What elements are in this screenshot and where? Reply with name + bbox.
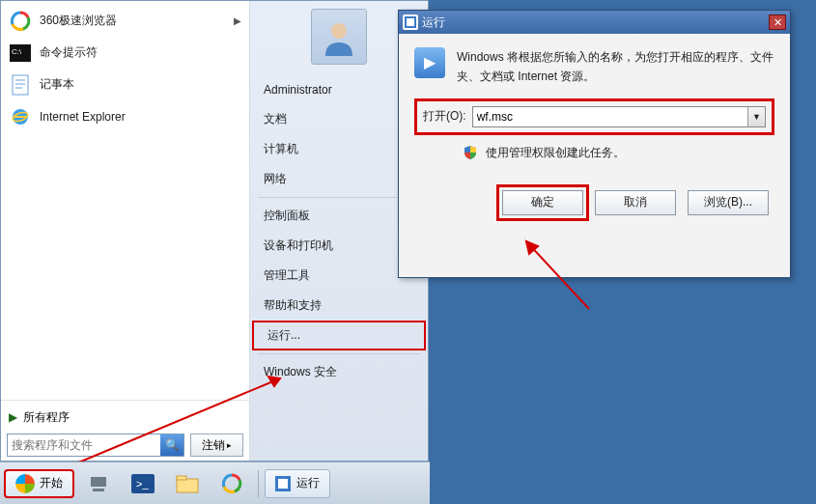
svg-rect-16 [91, 477, 106, 487]
start-button[interactable]: 开始 [4, 469, 74, 498]
user-avatar[interactable] [311, 9, 367, 65]
app-360browser[interactable]: 360极速浏览器 ▶ [3, 5, 247, 37]
svg-rect-17 [93, 489, 104, 491]
run-open-label: 打开(O): [423, 108, 466, 125]
chevron-right-icon: ▸ [227, 440, 232, 450]
app-label: 记事本 [40, 76, 74, 93]
taskbar-powershell-icon[interactable]: >_ [123, 469, 163, 498]
browser360-icon [9, 10, 32, 33]
cmd-icon: C:\ [9, 42, 32, 65]
notepad-icon [9, 73, 32, 97]
run-description: Windows 将根据您所输入的名称，为您打开相应的程序、文件夹、文档或 Int… [457, 47, 774, 87]
close-button[interactable]: ✕ [769, 14, 786, 30]
svg-rect-11 [407, 18, 414, 26]
start-menu: 360极速浏览器 ▶ C:\ 命令提示符 记事本 [0, 0, 429, 462]
svg-point-9 [331, 23, 347, 39]
app-label: 360极速浏览器 [40, 13, 117, 29]
windows-orb-icon [15, 474, 35, 493]
start-search[interactable]: 🔍 [7, 434, 184, 457]
search-go-icon[interactable]: 🔍 [160, 434, 183, 456]
svg-rect-20 [177, 479, 198, 492]
run-app-icon: ▶ [414, 47, 445, 78]
rmenu-help[interactable]: 帮助和支持 [250, 291, 428, 321]
submenu-arrow-icon: ▶ [234, 15, 241, 26]
run-command-combo[interactable]: ▼ [472, 106, 766, 127]
svg-text:C:\: C:\ [12, 47, 22, 56]
logout-button[interactable]: 注销 ▸ [190, 434, 243, 457]
svg-rect-3 [13, 75, 28, 95]
svg-rect-21 [177, 476, 186, 480]
taskbar-explorer-icon[interactable] [167, 469, 208, 498]
start-menu-left-pane: 360极速浏览器 ▶ C:\ 命令提示符 记事本 [1, 1, 250, 461]
ok-button[interactable]: 确定 [502, 190, 583, 215]
browse-button[interactable]: 浏览(B)... [688, 190, 769, 215]
run-titlebar[interactable]: 运行 ✕ [399, 11, 790, 34]
app-label: 命令提示符 [40, 44, 98, 61]
run-title-icon [403, 14, 418, 30]
app-cmd[interactable]: C:\ 命令提示符 [3, 37, 247, 69]
svg-text:>_: >_ [136, 478, 149, 490]
rmenu-run[interactable]: 运行... [252, 321, 426, 350]
run-open-row: 打开(O): ▼ [414, 98, 774, 135]
ie-icon [9, 105, 32, 128]
taskbar-360browser-icon[interactable] [211, 469, 252, 498]
all-programs-label: 所有程序 [23, 409, 70, 426]
dropdown-icon[interactable]: ▼ [747, 107, 765, 126]
taskbar-server-manager-icon[interactable] [78, 469, 119, 498]
chevron-right-icon: ▶ [9, 410, 17, 424]
run-command-input[interactable] [473, 107, 747, 126]
all-programs[interactable]: ▶ 所有程序 [1, 405, 249, 430]
rmenu-windows-security[interactable]: Windows 安全 [250, 357, 428, 387]
taskbar-run-task[interactable]: 运行 [265, 469, 330, 498]
run-task-icon [275, 476, 291, 491]
taskbar: 开始 >_ 运行 [0, 462, 430, 504]
run-dialog: 运行 ✕ ▶ Windows 将根据您所输入的名称，为您打开相应的程序、文件夹、… [398, 10, 791, 278]
app-label: Internet Explorer [40, 110, 126, 124]
uac-shield-icon [463, 145, 478, 160]
svg-rect-24 [278, 479, 288, 489]
run-admin-note: 使用管理权限创建此任务。 [486, 145, 625, 161]
app-notepad[interactable]: 记事本 [3, 69, 247, 100]
app-ie[interactable]: Internet Explorer [3, 100, 247, 132]
cancel-button[interactable]: 取消 [595, 190, 676, 215]
run-title-text: 运行 [422, 14, 445, 31]
search-input[interactable] [8, 434, 160, 456]
